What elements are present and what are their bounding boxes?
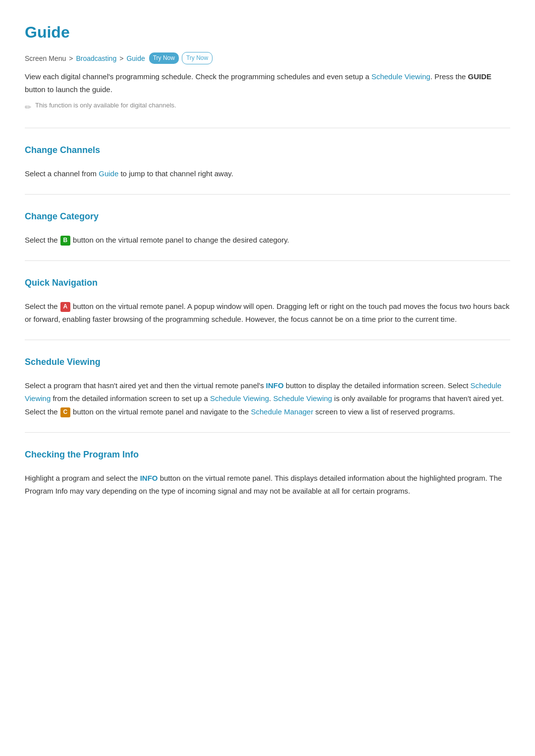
schedule-viewing-link-intro[interactable]: Schedule Viewing xyxy=(372,72,430,81)
section-title-quick-navigation: Quick Navigation xyxy=(25,276,510,293)
note-icon: ✏ xyxy=(25,101,31,114)
try-now-badge-1[interactable]: Try Now xyxy=(149,52,179,64)
info-link-1: INFO xyxy=(266,381,284,390)
section-schedule-viewing: Schedule Viewing Select a program that h… xyxy=(25,355,510,418)
note-block: ✏ This function is only available for di… xyxy=(25,101,510,114)
section-checking-program-info: Checking the Program Info Highlight a pr… xyxy=(25,448,510,498)
schedule-viewing-link-2[interactable]: Schedule Viewing xyxy=(210,394,269,403)
section-body-change-channels: Select a channel from Guide to jump to t… xyxy=(25,167,510,180)
section-body-schedule-viewing: Select a program that hasn't aired yet a… xyxy=(25,379,510,418)
btn-c-badge: C xyxy=(60,407,70,417)
divider-5 xyxy=(25,432,510,433)
btn-b-badge: B xyxy=(60,236,70,246)
divider-3 xyxy=(25,260,510,261)
breadcrumb-root: Screen Menu xyxy=(25,53,66,64)
guide-bold: GUIDE xyxy=(468,72,492,81)
divider-4 xyxy=(25,340,510,340)
section-body-change-category: Select the B button on the virtual remot… xyxy=(25,234,510,247)
divider-1 xyxy=(25,128,510,128)
schedule-manager-link[interactable]: Schedule Manager xyxy=(251,407,313,416)
breadcrumb-sep2: > xyxy=(119,53,123,64)
section-change-category: Change Category Select the B button on t… xyxy=(25,209,510,247)
note-text: This function is only available for digi… xyxy=(35,101,176,111)
schedule-viewing-link-3[interactable]: Schedule Viewing xyxy=(273,394,332,403)
section-quick-navigation: Quick Navigation Select the A button on … xyxy=(25,276,510,326)
breadcrumb-sep1: > xyxy=(69,53,73,64)
divider-2 xyxy=(25,194,510,195)
breadcrumb: Screen Menu > Broadcasting > Guide Try N… xyxy=(25,52,510,64)
section-title-change-category: Change Category xyxy=(25,209,510,227)
info-link-2: INFO xyxy=(140,474,158,482)
section-title-schedule-viewing: Schedule Viewing xyxy=(25,355,510,372)
breadcrumb-broadcasting[interactable]: Broadcasting xyxy=(76,53,116,64)
section-change-channels: Change Channels Select a channel from Gu… xyxy=(25,143,510,180)
try-now-badge-2[interactable]: Try Now xyxy=(182,52,213,64)
section-title-checking-program-info: Checking the Program Info xyxy=(25,448,510,465)
section-body-checking-program-info: Highlight a program and select the INFO … xyxy=(25,472,510,498)
section-title-change-channels: Change Channels xyxy=(25,143,510,160)
btn-a-badge: A xyxy=(60,302,70,312)
guide-link-change-channels[interactable]: Guide xyxy=(99,169,118,178)
section-body-quick-navigation: Select the A button on the virtual remot… xyxy=(25,300,510,326)
intro-text: View each digital channel's programming … xyxy=(25,70,510,96)
page-title: Guide xyxy=(25,20,510,45)
breadcrumb-guide[interactable]: Guide xyxy=(126,53,145,64)
